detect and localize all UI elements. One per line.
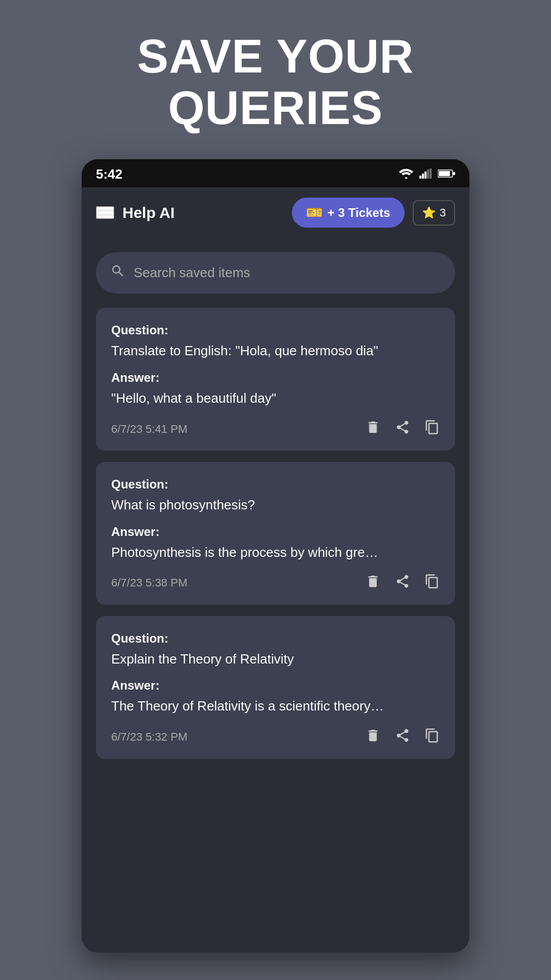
card-footer: 6/7/23 5:41 PM: [111, 420, 440, 438]
svg-rect-3: [427, 169, 429, 179]
copy-button[interactable]: [424, 728, 440, 747]
hamburger-menu-button[interactable]: [96, 206, 114, 219]
card-actions: [365, 420, 440, 438]
question-label: Question:: [111, 323, 440, 337]
card-actions: [365, 728, 440, 747]
card-timestamp: 6/7/23 5:41 PM: [111, 423, 187, 436]
hero-title: SAVE YOUR QUERIES: [96, 0, 455, 159]
nav-bar: Help AI 🎫 + 3 Tickets ⭐ 3: [82, 187, 469, 238]
question-label: Question:: [111, 631, 440, 646]
svg-rect-0: [419, 176, 421, 179]
answer-label: Answer:: [111, 525, 440, 539]
answer-label: Answer:: [111, 678, 440, 693]
status-icons: [399, 168, 455, 181]
svg-rect-6: [439, 171, 450, 176]
status-bar: 5:42: [82, 159, 469, 187]
card-actions: [365, 574, 440, 593]
svg-rect-2: [424, 172, 427, 179]
answer-text: Photosynthesis is the process by which g…: [111, 543, 440, 561]
search-icon: [110, 263, 126, 282]
app-title: Help AI: [122, 204, 284, 222]
card-footer: 6/7/23 5:38 PM: [111, 574, 440, 593]
delete-button[interactable]: [365, 728, 381, 747]
answer-text: The Theory of Relativity is a scientific…: [111, 697, 440, 715]
search-input[interactable]: [134, 265, 441, 281]
question-text: Translate to English: "Hola, que hermoso…: [111, 341, 440, 360]
star-count: 3: [440, 206, 446, 219]
answer-label: Answer:: [111, 371, 440, 385]
share-button[interactable]: [395, 420, 410, 438]
card-timestamp: 6/7/23 5:38 PM: [111, 576, 187, 590]
wifi-icon: [399, 168, 413, 181]
svg-rect-1: [422, 174, 424, 179]
copy-button[interactable]: [424, 420, 440, 438]
status-time: 5:42: [96, 166, 122, 182]
main-content: Question: Translate to English: "Hola, q…: [82, 238, 469, 952]
share-button[interactable]: [395, 728, 410, 747]
question-label: Question:: [111, 477, 440, 492]
ticket-icon: 🎫: [306, 205, 322, 220]
card-timestamp: 6/7/23 5:32 PM: [111, 730, 187, 744]
battery-icon: [438, 168, 455, 181]
tickets-button[interactable]: 🎫 + 3 Tickets: [292, 198, 405, 228]
copy-button[interactable]: [424, 574, 440, 593]
saved-item-card: Question: Translate to English: "Hola, q…: [96, 308, 455, 451]
saved-item-card: Question: Explain the Theory of Relativi…: [96, 616, 455, 759]
saved-item-card: Question: What is photosynthesis? Answer…: [96, 462, 455, 605]
star-icon: ⭐: [422, 206, 436, 219]
question-text: Explain the Theory of Relativity: [111, 650, 440, 668]
share-button[interactable]: [395, 574, 410, 593]
svg-rect-4: [430, 168, 432, 179]
star-badge[interactable]: ⭐ 3: [413, 200, 455, 226]
card-footer: 6/7/23 5:32 PM: [111, 728, 440, 747]
delete-button[interactable]: [365, 420, 381, 438]
question-text: What is photosynthesis?: [111, 496, 440, 514]
tickets-label: + 3 Tickets: [328, 206, 390, 220]
signal-icon: [418, 168, 433, 181]
search-bar: [96, 252, 455, 293]
answer-text: "Hello, what a beautiful day": [111, 389, 440, 407]
phone-frame: 5:42: [82, 159, 469, 952]
svg-rect-7: [453, 172, 455, 175]
delete-button[interactable]: [365, 574, 381, 593]
